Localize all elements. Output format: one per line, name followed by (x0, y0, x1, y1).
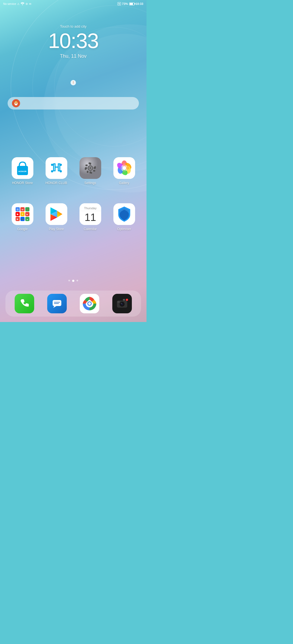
dock (5, 291, 141, 317)
dock-phone[interactable] (15, 294, 34, 313)
nfc-icon: N (117, 2, 121, 5)
honor-club-icon: ℍ (46, 157, 67, 179)
svg-point-18 (60, 164, 62, 166)
svg-text:M: M (21, 208, 23, 211)
svg-point-85 (88, 302, 91, 305)
honor-club-label: HONOR CLUB (45, 181, 67, 185)
honor-store-icon: HONOR (12, 157, 33, 179)
clock-status: 10:33 (136, 2, 143, 5)
add-city-text[interactable]: Touch to add city (0, 24, 146, 28)
svg-point-11 (15, 103, 17, 104)
svg-point-90 (121, 303, 122, 304)
gallery-icon (113, 157, 135, 179)
camera-icon (115, 297, 129, 310)
svg-point-5 (22, 4, 23, 5)
play-store-label: Play Store (49, 227, 64, 231)
search-input-wrap[interactable] (8, 97, 139, 110)
svg-point-10 (15, 102, 16, 102)
page-dot-1[interactable] (68, 280, 70, 281)
svg-point-20 (60, 170, 62, 172)
app-optimiser[interactable]: Optimiser (109, 203, 139, 231)
page-indicators (0, 280, 146, 282)
optimiser-label: Optimiser (117, 227, 131, 231)
svg-point-49 (122, 166, 126, 170)
dock-messages[interactable] (47, 294, 67, 313)
battery-icon (129, 2, 135, 5)
play-store-icon (46, 203, 67, 225)
app-honor-club[interactable]: ℍ HONOR CLUB (42, 157, 71, 185)
messages-icon (51, 298, 63, 310)
notification-indicator: ! (71, 80, 76, 85)
settings-icon (79, 157, 101, 179)
svg-text:Thursday: Thursday (84, 207, 97, 210)
wifi-icon (21, 2, 24, 6)
svg-text:D: D (22, 213, 23, 215)
phone-icon (18, 298, 30, 310)
chrome-icon (82, 296, 97, 311)
exclaim-icon: ! (73, 81, 74, 85)
svg-rect-31 (87, 171, 88, 173)
svg-rect-73 (79, 203, 101, 205)
svg-text:▶: ▶ (17, 213, 18, 215)
status-bar: No service ⚠ ⚙ ✉ N 73% 10:33 (0, 0, 146, 8)
svg-text:G: G (17, 208, 18, 211)
clock-date: Thu, 11 Nov (0, 53, 146, 59)
honor-store-label: HONOR Store (12, 181, 33, 185)
duckduckgo-icon (12, 99, 20, 107)
clock-time: 10:33 (0, 30, 146, 51)
message-status-icon: ✉ (29, 2, 31, 5)
app-gallery[interactable]: Gallery (109, 157, 139, 185)
svg-rect-92 (117, 301, 120, 303)
optimiser-icon (113, 203, 135, 225)
svg-text:HONOR: HONOR (18, 170, 27, 173)
battery-percent: 73% (122, 2, 128, 5)
page-dot-2[interactable] (72, 280, 74, 282)
svg-point-17 (51, 164, 53, 166)
svg-text:☁: ☁ (26, 218, 28, 220)
app-settings[interactable]: Settings (75, 157, 105, 185)
status-left: No service ⚠ ⚙ ✉ (3, 2, 31, 6)
clock-area: Touch to add city 10:33 Thu, 11 Nov (0, 24, 146, 59)
svg-point-36 (89, 167, 91, 169)
svg-rect-29 (93, 170, 95, 172)
google-icon: G M 📍 ▶ D ▶ ▶ 📹 ☁ (12, 203, 33, 225)
svg-rect-33 (85, 165, 88, 166)
svg-marker-79 (53, 306, 56, 308)
dock-chrome[interactable] (80, 294, 99, 313)
svg-rect-91 (123, 299, 125, 301)
google-label: Google (17, 227, 28, 231)
search-bar[interactable] (8, 97, 139, 110)
settings-status-icon: ⚙ (26, 2, 28, 5)
app-honor-store[interactable]: HONOR HONOR Store (8, 157, 37, 185)
app-calendar[interactable]: Thursday 11 Calendar (75, 203, 105, 231)
calendar-label: Calendar (84, 227, 97, 231)
svg-rect-78 (53, 300, 61, 306)
svg-text:▶: ▶ (17, 218, 19, 220)
status-right: N 73% 10:33 (117, 2, 143, 5)
svg-text:📹: 📹 (21, 218, 24, 220)
svg-text:📍: 📍 (26, 208, 28, 211)
settings-label: Settings (84, 181, 96, 185)
app-play-store[interactable]: Play Store (42, 203, 71, 231)
dock-camera[interactable] (112, 294, 132, 313)
app-google[interactable]: G M 📍 ▶ D ▶ ▶ 📹 ☁ (8, 203, 37, 231)
svg-text:ℍ: ℍ (52, 162, 61, 173)
svg-point-93 (126, 299, 128, 301)
svg-text:11: 11 (84, 212, 96, 223)
gallery-label: Gallery (119, 181, 129, 185)
svg-point-19 (51, 170, 53, 172)
app-row-1: HONOR HONOR Store ℍ HONOR CLUB (0, 157, 146, 185)
page-dot-3[interactable] (77, 280, 78, 281)
calendar-icon: Thursday 11 (79, 203, 101, 225)
no-service-label: No service (3, 2, 16, 5)
app-row-2: G M 📍 ▶ D ▶ ▶ 📹 ☁ (0, 203, 146, 231)
no-service-icon: ⚠ (17, 2, 20, 5)
